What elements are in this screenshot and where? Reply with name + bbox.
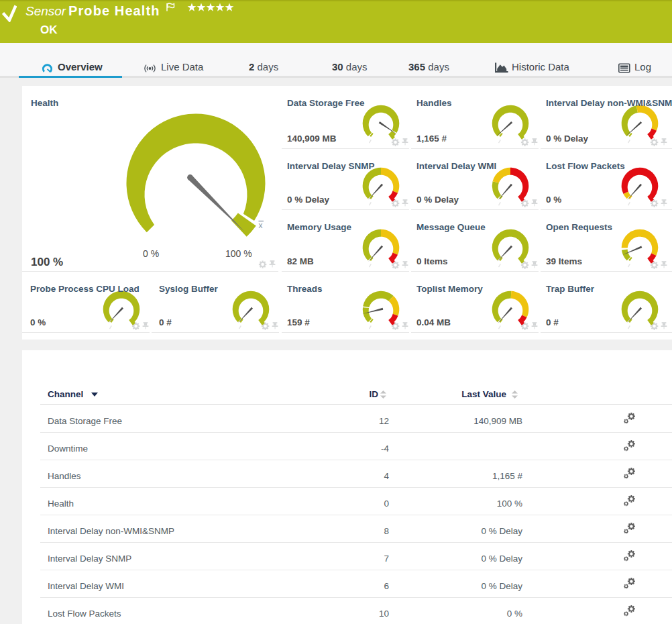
svg-text:x: x xyxy=(259,221,263,230)
